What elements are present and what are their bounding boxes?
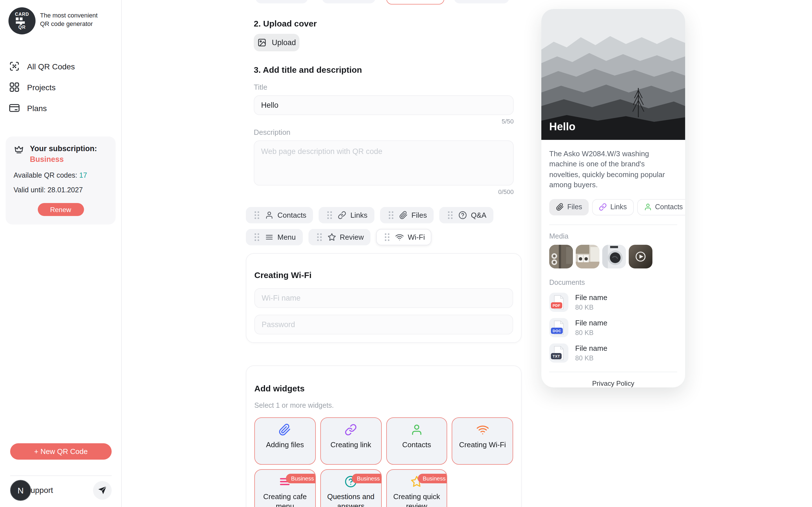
step2-heading: 2. Upload cover [254,19,514,28]
media-label: Media [549,232,677,240]
drag-handle-icon[interactable] [315,233,324,241]
widgets-grid: Adding files Creating link Contacts Crea… [254,417,513,507]
title-input[interactable] [254,95,514,115]
drag-handle-icon[interactable] [383,233,391,241]
wifi-icon [476,424,488,436]
preview-footer: Privacy Policy © 2025 CARD QR. All right… [549,380,677,387]
document-row-pdf[interactable]: PDF File name80 KB [549,293,677,312]
sidebar-item-projects[interactable]: Projects [0,77,121,98]
logo-card-text: CARD [15,12,29,17]
editor-column: 2. Upload cover Upload 3. Add title and … [246,0,522,507]
privacy-policy-link[interactable]: Privacy Policy [549,380,677,387]
wifi-icon [395,233,404,241]
drag-handle-icon[interactable] [446,211,455,219]
description-textarea[interactable] [254,140,514,185]
paper-plane-icon [98,485,107,495]
chip-contacts[interactable]: Contacts [246,207,313,223]
drag-handle-icon[interactable] [387,211,395,219]
creating-wifi-card: Creating Wi-Fi [246,253,522,343]
step-tab-partial[interactable] [255,0,308,3]
widget-questions-answers[interactable]: Business Questions and answers [320,469,382,507]
available-qr-count: 17 [79,171,87,179]
widget-creating-wifi[interactable]: Creating Wi-Fi [452,417,513,465]
chip-qa[interactable]: Q&A [439,207,493,223]
description-counter: 0/500 [254,188,514,195]
chip-links[interactable]: Links [319,207,374,223]
support-send-button[interactable] [93,481,112,499]
media-thumbnails [549,245,677,269]
media-thumb-video[interactable] [629,245,652,269]
business-badge: Business [417,474,447,483]
wifi-name-input[interactable] [254,288,513,308]
chip-review[interactable]: Review [308,229,370,245]
step-tab-partial[interactable] [454,0,509,3]
subscription-card: Your subscription: Business Available QR… [6,136,116,224]
documents-label: Documents [549,279,677,286]
creating-wifi-title: Creating Wi-Fi [254,270,513,280]
media-thumb-laundry-room[interactable] [576,245,599,269]
tagline-line2: QR code generator [40,20,98,28]
step-tab-partial-active[interactable] [386,0,444,4]
pdf-file-icon: PDF [549,293,568,312]
chip-wifi[interactable]: Wi-Fi [376,229,432,245]
wifi-password-input[interactable] [254,315,513,334]
drag-handle-icon[interactable] [326,211,334,219]
widget-chips-row: Contacts Links Files Q&A Menu [246,207,522,245]
chip-files[interactable]: Files [380,207,433,223]
help-circle-icon [458,211,467,219]
footer-divider [549,372,677,372]
media-thumb-washer-closet[interactable] [549,245,573,269]
menu-icon [265,233,274,241]
crown-icon [13,145,24,155]
media-thumb-washer-front[interactable] [602,245,626,269]
step-tab-partial[interactable] [322,0,375,3]
sidebar-item-label: Projects [27,82,56,92]
logo-qr-text: QR [18,25,26,30]
sidebar-item-plans[interactable]: Plans [0,98,121,118]
preview-tab-contacts[interactable]: Contacts [637,199,685,215]
drag-handle-icon[interactable] [253,233,261,241]
link-icon [345,424,357,436]
widget-creating-quick-review[interactable]: Business Creating quick review [386,469,448,507]
tagline-line1: The most convenient [40,11,98,20]
user-icon [410,424,423,436]
preview-tab-files[interactable]: Files [549,199,589,215]
chip-menu[interactable]: Menu [246,229,302,245]
widget-creating-link[interactable]: Creating link [320,417,382,465]
preview-title: Hello [549,121,575,133]
widget-contacts[interactable]: Contacts [386,417,448,465]
user-avatar[interactable]: N [10,480,31,501]
qr-scan-icon [8,60,20,72]
renew-button[interactable]: Renew [38,203,84,216]
document-row-txt[interactable]: TXT File name80 KB [549,343,677,362]
paperclip-icon [556,203,564,211]
drag-handle-icon[interactable] [253,211,261,219]
doc-file-icon: DOC [549,318,568,337]
add-widgets-title: Add widgets [254,384,513,393]
upload-cover-button[interactable]: Upload [254,34,299,51]
valid-until: Valid until: 28.01.2027 [13,186,108,194]
user-icon [265,211,274,219]
brand-logo: CARD QR The most convenient QR code gene… [8,7,121,35]
widget-adding-files[interactable]: Adding files [254,417,316,465]
description-label: Description [254,128,514,136]
step3-heading: 3. Add title and description [254,65,514,74]
business-badge: Business [286,474,315,483]
grid-icon [8,81,20,93]
preview-tab-links[interactable]: Links [592,199,634,215]
brand-tagline: The most convenient QR code generator [40,11,98,28]
preview-divider [549,224,677,225]
phone-preview-card: Hello The Asko W2084.W/3 washing machine… [541,9,685,387]
new-qr-code-button[interactable]: + New QR Code [10,443,112,460]
document-row-doc[interactable]: DOC File name80 KB [549,318,677,337]
title-label: Title [254,83,514,91]
sidebar-item-all-qr-codes[interactable]: All QR Codes [0,56,121,77]
user-icon [644,203,651,211]
available-qr-codes: Available QR codes: 17 [13,171,108,179]
subscription-title: Your subscription: [30,144,97,154]
title-counter: 5/50 [254,118,514,125]
sidebar-item-label: All QR Codes [27,62,75,71]
sidebar: CARD QR The most convenient QR code gene… [0,0,122,507]
subscription-plan: Business [30,154,97,165]
widget-creating-cafe-menu[interactable]: Business Creating cafe menu [254,469,316,507]
